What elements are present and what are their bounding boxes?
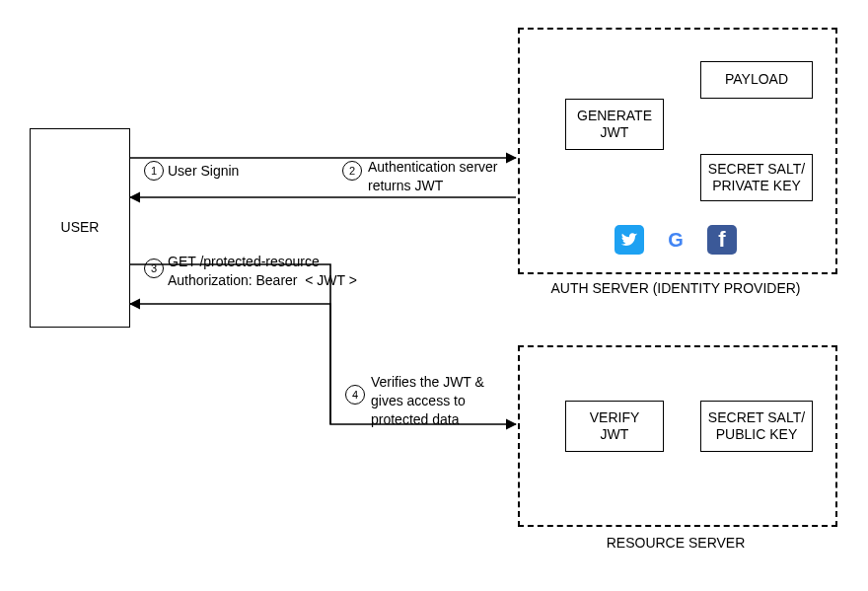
step2-badge: 2 <box>342 161 362 181</box>
google-icon: G <box>661 225 690 255</box>
auth-server-caption: AUTH SERVER (IDENTITY PROVIDER) <box>518 280 833 296</box>
payload-box: PAYLOAD <box>700 61 813 99</box>
facebook-icon: f <box>707 225 737 255</box>
user-label: USER <box>61 219 100 237</box>
secret-private-box: SECRET SALT/ PRIVATE KEY <box>700 154 813 201</box>
step3-text: GET /protected-resource Authorization: B… <box>168 253 357 290</box>
step4-text: Verifies the JWT & gives access to prote… <box>371 373 484 429</box>
generate-jwt-box: GENERATE JWT <box>565 99 664 150</box>
step1-badge: 1 <box>144 161 164 181</box>
user-box: USER <box>30 128 130 328</box>
step4-badge: 4 <box>345 385 365 405</box>
step1-text: User Signin <box>168 162 239 181</box>
resource-server-caption: RESOURCE SERVER <box>518 535 833 551</box>
step2-text: Authentication server returns JWT <box>368 158 498 195</box>
secret-public-box: SECRET SALT/ PUBLIC KEY <box>700 401 813 452</box>
verify-jwt-box: VERIFY JWT <box>565 401 664 452</box>
twitter-icon <box>615 225 644 255</box>
step3-badge: 3 <box>144 259 164 278</box>
